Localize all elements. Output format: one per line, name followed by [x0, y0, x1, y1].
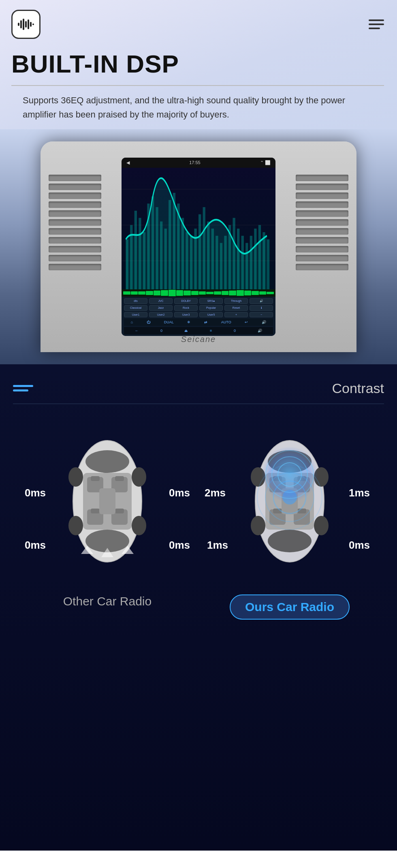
brand-label: Seicane [181, 335, 216, 344]
right-car-label[interactable]: Ours Car Radio [230, 594, 350, 620]
page-title: BUILT-IN DSP [11, 50, 384, 78]
left-car-label: Other Car Radio [63, 594, 152, 608]
right-car-column: 2ms 1ms 1ms 0ms [205, 428, 375, 620]
left-car-time-top-left: 0ms [25, 487, 46, 499]
cars-comparison: 0ms 0ms 0ms 0ms [0, 404, 397, 636]
svg-rect-2 [20, 20, 22, 28]
contrast-line-1 [13, 385, 33, 387]
svg-point-60 [132, 516, 146, 535]
svg-point-76 [251, 516, 265, 535]
svg-rect-54 [115, 476, 124, 481]
left-car-time-bottom-right: 0ms [169, 539, 190, 552]
contrast-header: Contrast [0, 376, 397, 396]
right-vent [296, 166, 348, 279]
vol-btn[interactable]: 🔊 [250, 298, 273, 304]
dts-btn[interactable]: dts [124, 298, 147, 304]
svg-rect-5 [28, 19, 29, 29]
left-car-column: 0ms 0ms 0ms 0ms [22, 428, 192, 608]
title-divider [11, 85, 384, 86]
screen-topbar: ◀ 17:55 ⌃ ⬜ [122, 158, 275, 168]
through-btn[interactable]: Through [224, 298, 248, 304]
svg-point-58 [132, 467, 146, 487]
hamburger-menu-icon[interactable] [369, 19, 384, 29]
svg-rect-44 [267, 239, 269, 296]
contrast-line-2 [13, 389, 28, 391]
contrast-icon [13, 385, 33, 391]
user5-btn[interactable]: User5 [199, 312, 223, 317]
left-vent [49, 166, 101, 279]
classical-btn[interactable]: Classical [124, 305, 147, 311]
dsp-image: ◀ 17:55 ⌃ ⬜ [0, 129, 397, 364]
dolby-btn[interactable]: DOLBY [174, 298, 198, 304]
subtitle-text: Supports 36EQ adjustment, and the ultra-… [11, 93, 384, 122]
left-car-time-top-right: 0ms [169, 487, 190, 499]
svg-point-77 [314, 516, 329, 535]
svg-rect-1 [18, 23, 19, 26]
screen-controls: dts JVC DOLBY SRS● Through 🔊 Classical J… [122, 297, 275, 336]
eq-chart [122, 168, 275, 297]
bottom-section: Contrast 0ms 0ms 0ms 0ms [0, 364, 397, 851]
left-car-time-bottom-left: 0ms [25, 539, 46, 552]
left-car-svg [59, 428, 156, 574]
right-car-time-top-right: 1ms [349, 487, 370, 499]
user3-btn[interactable]: User3 [174, 312, 198, 317]
popular-btn[interactable]: Popular [199, 305, 223, 311]
user2-btn[interactable]: User2 [149, 312, 173, 317]
svg-rect-53 [91, 476, 100, 481]
right-car-top-view: 2ms 1ms 1ms 0ms [229, 428, 350, 582]
right-car-time-bottom-right: 0ms [349, 539, 370, 552]
rock-btn[interactable]: Rock [174, 305, 198, 311]
left-car-top-view: 0ms 0ms 0ms 0ms [47, 428, 168, 582]
svg-rect-6 [30, 22, 32, 27]
jazz-btn[interactable]: Jazz [149, 305, 173, 311]
info-btn[interactable]: ℹ [250, 305, 273, 311]
svg-point-46 [85, 450, 129, 473]
svg-rect-3 [23, 19, 24, 30]
title-area: BUILT-IN DSP Supports 36EQ adjustment, a… [0, 43, 397, 125]
jvc-btn[interactable]: JVC [149, 298, 173, 304]
app-logo [11, 10, 41, 39]
user1-btn[interactable]: User1 [124, 312, 147, 317]
svg-rect-7 [32, 24, 34, 25]
svg-rect-55 [91, 509, 100, 513]
top-section: BUILT-IN DSP Supports 36EQ adjustment, a… [0, 0, 397, 364]
center-screen: ◀ 17:55 ⌃ ⬜ [122, 158, 275, 336]
sound-glow [261, 446, 318, 503]
right-car-time-bottom-left: 1ms [207, 539, 228, 552]
srs-btn[interactable]: SRS● [199, 298, 223, 304]
minus-btn[interactable]: − [250, 312, 273, 317]
right-car-time-top-left: 2ms [205, 487, 226, 499]
plus-btn[interactable]: + [224, 312, 248, 317]
screen-nav2: ← 0 ⏏ ≡ 0 🔊 [124, 327, 273, 334]
contrast-label: Contrast [332, 381, 384, 396]
svg-rect-56 [115, 509, 124, 513]
svg-rect-61 [99, 488, 115, 514]
svg-rect-4 [25, 21, 27, 28]
reset-btn[interactable]: Reset [224, 305, 248, 311]
svg-point-64 [268, 530, 312, 552]
header-bar [0, 0, 397, 43]
svg-point-57 [68, 467, 83, 487]
dashboard-frame: ◀ 17:55 ⌃ ⬜ [41, 141, 356, 352]
screen-bottom-nav: ⌂ ⏻ DUAL ❄ ⇄ AUTO ↩ 🔊 [124, 319, 273, 326]
svg-point-59 [68, 516, 83, 535]
